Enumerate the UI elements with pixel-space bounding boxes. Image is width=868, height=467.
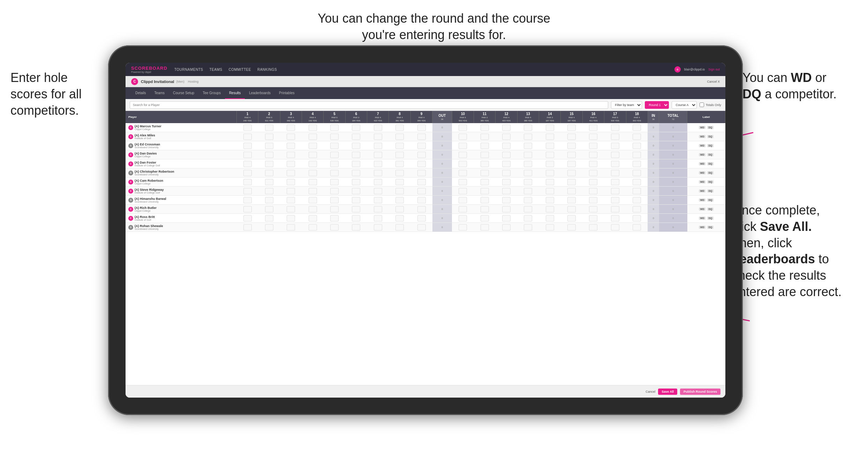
hole-16-score[interactable] bbox=[582, 123, 604, 132]
hole-10-score[interactable] bbox=[452, 123, 474, 132]
hole-15-score[interactable] bbox=[561, 196, 582, 205]
score-input-6[interactable] bbox=[352, 161, 360, 167]
hole-16-score[interactable] bbox=[582, 187, 604, 196]
score-input-13[interactable] bbox=[524, 206, 532, 212]
hole-10-score[interactable] bbox=[452, 132, 474, 141]
hole-11-score[interactable] bbox=[474, 159, 495, 168]
score-input-14[interactable] bbox=[546, 215, 554, 221]
score-input-3[interactable] bbox=[287, 215, 295, 221]
hole-2-score[interactable] bbox=[258, 141, 280, 150]
score-input-14[interactable] bbox=[546, 188, 554, 194]
score-input-8[interactable] bbox=[395, 134, 404, 140]
score-input-12[interactable] bbox=[502, 170, 511, 176]
hole-11-score[interactable] bbox=[474, 196, 495, 205]
score-input-11[interactable] bbox=[481, 134, 489, 140]
hole-18-score[interactable] bbox=[626, 168, 648, 178]
search-input[interactable] bbox=[130, 101, 608, 109]
score-input-1[interactable] bbox=[243, 206, 252, 212]
hole-3-score[interactable] bbox=[280, 159, 302, 168]
hole-11-score[interactable] bbox=[474, 150, 495, 159]
tab-teams[interactable]: Teams bbox=[150, 87, 169, 99]
dq-button[interactable]: DQ bbox=[707, 198, 714, 202]
hole-13-score[interactable] bbox=[517, 132, 539, 141]
hole-2-score[interactable] bbox=[258, 196, 280, 205]
hole-13-score[interactable] bbox=[517, 178, 539, 187]
hole-9-score[interactable] bbox=[410, 132, 432, 141]
score-input-16[interactable] bbox=[589, 161, 597, 167]
score-input-12[interactable] bbox=[502, 125, 511, 131]
hole-8-score[interactable] bbox=[389, 150, 410, 159]
hole-5-score[interactable] bbox=[324, 150, 345, 159]
hole-17-score[interactable] bbox=[604, 214, 626, 223]
hole-7-score[interactable] bbox=[367, 223, 389, 232]
nav-tournaments[interactable]: TOURNAMENTS bbox=[174, 68, 203, 71]
score-input-3[interactable] bbox=[287, 170, 295, 176]
hole-12-score[interactable] bbox=[496, 178, 517, 187]
hole-5-score[interactable] bbox=[324, 196, 345, 205]
hole-1-score[interactable] bbox=[236, 150, 258, 159]
score-input-3[interactable] bbox=[287, 197, 295, 203]
wd-button[interactable]: WD bbox=[699, 135, 706, 138]
score-input-18[interactable] bbox=[633, 224, 641, 231]
score-input-10[interactable] bbox=[459, 143, 467, 149]
score-input-6[interactable] bbox=[352, 188, 360, 194]
hole-11-score[interactable] bbox=[474, 168, 495, 178]
score-input-13[interactable] bbox=[524, 161, 532, 167]
hole-14-score[interactable] bbox=[539, 178, 561, 187]
dq-button[interactable]: DQ bbox=[707, 208, 714, 211]
hole-9-score[interactable] bbox=[410, 159, 432, 168]
hole-1-score[interactable] bbox=[236, 141, 258, 150]
score-input-1[interactable] bbox=[243, 161, 252, 167]
hole-15-score[interactable] bbox=[561, 205, 582, 214]
hole-4-score[interactable] bbox=[302, 168, 323, 178]
filter-by-team-select[interactable]: Filter by team bbox=[611, 101, 642, 109]
wd-button[interactable]: WD bbox=[699, 226, 706, 229]
hole-5-score[interactable] bbox=[324, 168, 345, 178]
score-input-14[interactable] bbox=[546, 170, 554, 176]
score-input-6[interactable] bbox=[352, 134, 360, 140]
score-input-13[interactable] bbox=[524, 179, 532, 185]
score-input-4[interactable] bbox=[309, 152, 317, 158]
hole-8-score[interactable] bbox=[389, 178, 410, 187]
dq-button[interactable]: DQ bbox=[707, 162, 714, 165]
score-input-9[interactable] bbox=[417, 197, 426, 203]
hole-4-score[interactable] bbox=[302, 196, 323, 205]
hole-2-score[interactable] bbox=[258, 123, 280, 132]
hole-16-score[interactable] bbox=[582, 214, 604, 223]
totals-only-checkbox[interactable] bbox=[700, 103, 704, 107]
hole-18-score[interactable] bbox=[626, 132, 648, 141]
score-input-15[interactable] bbox=[567, 125, 576, 131]
hole-10-score[interactable] bbox=[452, 205, 474, 214]
score-input-2[interactable] bbox=[265, 170, 273, 176]
hole-2-score[interactable] bbox=[258, 168, 280, 178]
score-input-15[interactable] bbox=[567, 134, 576, 140]
score-input-8[interactable] bbox=[395, 215, 404, 221]
wd-button[interactable]: WD bbox=[699, 171, 706, 174]
score-input-11[interactable] bbox=[481, 125, 489, 131]
hole-3-score[interactable] bbox=[280, 178, 302, 187]
score-input-4[interactable] bbox=[309, 188, 317, 194]
dq-button[interactable]: DQ bbox=[707, 180, 714, 183]
hole-15-score[interactable] bbox=[561, 214, 582, 223]
hole-13-score[interactable] bbox=[517, 214, 539, 223]
hole-1-score[interactable] bbox=[236, 196, 258, 205]
score-input-17[interactable] bbox=[611, 206, 619, 212]
score-input-7[interactable] bbox=[374, 197, 382, 203]
score-input-11[interactable] bbox=[481, 161, 489, 167]
score-input-18[interactable] bbox=[633, 170, 641, 176]
hole-7-score[interactable] bbox=[367, 196, 389, 205]
score-input-3[interactable] bbox=[287, 161, 295, 167]
hole-14-score[interactable] bbox=[539, 205, 561, 214]
score-input-7[interactable] bbox=[374, 215, 382, 221]
score-input-1[interactable] bbox=[243, 215, 252, 221]
hole-11-score[interactable] bbox=[474, 205, 495, 214]
dq-button[interactable]: DQ bbox=[707, 171, 714, 174]
hole-8-score[interactable] bbox=[389, 214, 410, 223]
hole-18-score[interactable] bbox=[626, 187, 648, 196]
hole-11-score[interactable] bbox=[474, 178, 495, 187]
score-input-14[interactable] bbox=[546, 134, 554, 140]
hole-13-score[interactable] bbox=[517, 223, 539, 232]
hole-16-score[interactable] bbox=[582, 223, 604, 232]
hole-15-score[interactable] bbox=[561, 141, 582, 150]
score-input-1[interactable] bbox=[243, 179, 252, 185]
